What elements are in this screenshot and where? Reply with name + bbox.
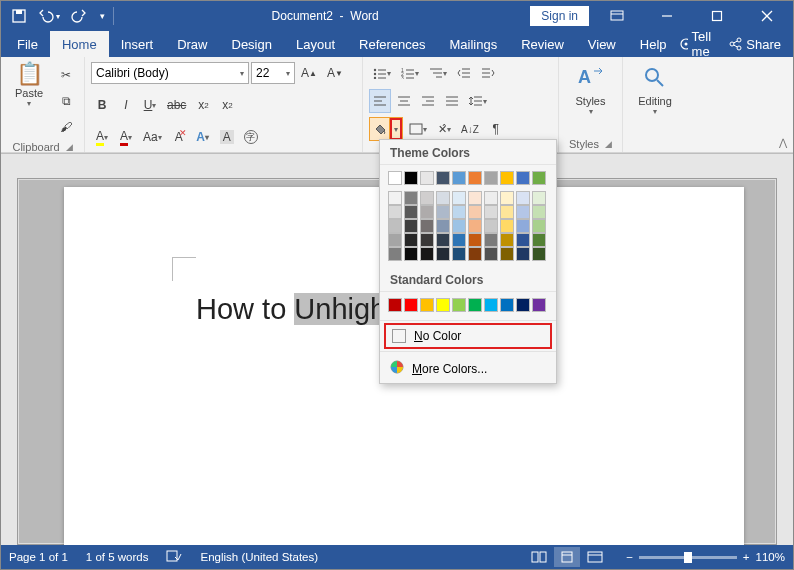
align-left-button[interactable] [369, 89, 391, 113]
color-swatch[interactable] [516, 171, 530, 185]
color-swatch[interactable] [532, 171, 546, 185]
font-color-button[interactable]: A▾ [115, 125, 137, 149]
color-swatch[interactable] [484, 171, 498, 185]
tab-references[interactable]: References [347, 31, 437, 57]
color-swatch[interactable] [436, 298, 450, 312]
save-button[interactable] [5, 2, 33, 30]
grow-font-button[interactable]: A▲ [297, 61, 321, 85]
color-swatch[interactable] [532, 298, 546, 312]
multilevel-list-button[interactable]: ▾ [425, 61, 451, 85]
color-swatch[interactable] [484, 191, 498, 205]
bold-button[interactable]: B [91, 93, 113, 117]
asian-layout-button[interactable]: ✕̂▾ [433, 117, 455, 141]
color-swatch[interactable] [532, 219, 546, 233]
color-swatch[interactable] [452, 219, 466, 233]
color-swatch[interactable] [388, 171, 402, 185]
status-language[interactable]: English (United States) [200, 551, 318, 563]
web-layout-button[interactable] [582, 547, 608, 567]
color-swatch[interactable] [484, 298, 498, 312]
zoom-out-button[interactable]: − [626, 551, 633, 563]
color-swatch[interactable] [404, 298, 418, 312]
tab-insert[interactable]: Insert [109, 31, 166, 57]
color-swatch[interactable] [404, 171, 418, 185]
collapse-ribbon-button[interactable]: ⋀ [779, 137, 787, 148]
color-swatch[interactable] [436, 191, 450, 205]
color-swatch[interactable] [452, 233, 466, 247]
color-swatch[interactable] [516, 205, 530, 219]
color-swatch[interactable] [436, 247, 450, 261]
color-swatch[interactable] [404, 219, 418, 233]
shrink-font-button[interactable]: A▼ [323, 61, 347, 85]
color-swatch[interactable] [532, 233, 546, 247]
color-swatch[interactable] [420, 205, 434, 219]
subscript-button[interactable]: x2 [192, 93, 214, 117]
color-swatch[interactable] [500, 205, 514, 219]
color-swatch[interactable] [516, 298, 530, 312]
color-swatch[interactable] [404, 233, 418, 247]
color-swatch[interactable] [500, 233, 514, 247]
qat-customize[interactable]: ▾ [95, 2, 109, 30]
clipboard-dialog-launcher[interactable]: ◢ [66, 142, 73, 152]
paste-button[interactable]: 📋 Paste ▾ [7, 61, 51, 108]
color-swatch[interactable] [420, 247, 434, 261]
sign-in-button[interactable]: Sign in [530, 6, 589, 26]
zoom-level[interactable]: 110% [756, 551, 785, 563]
clear-formatting-button[interactable]: A✕ [168, 125, 190, 149]
color-swatch[interactable] [420, 298, 434, 312]
color-swatch[interactable] [452, 171, 466, 185]
color-swatch[interactable] [500, 298, 514, 312]
color-swatch[interactable] [388, 205, 402, 219]
share-button[interactable]: Share [728, 37, 781, 52]
italic-button[interactable]: I [115, 93, 137, 117]
spell-check-icon[interactable] [166, 549, 182, 565]
color-swatch[interactable] [468, 247, 482, 261]
tab-draw[interactable]: Draw [165, 31, 219, 57]
color-swatch[interactable] [420, 191, 434, 205]
increase-indent-button[interactable] [477, 61, 499, 85]
format-painter-button[interactable]: 🖌 [55, 115, 77, 139]
color-swatch[interactable] [420, 219, 434, 233]
color-swatch[interactable] [436, 171, 450, 185]
color-swatch[interactable] [468, 233, 482, 247]
line-spacing-button[interactable]: ▾ [465, 89, 491, 113]
color-swatch[interactable] [516, 233, 530, 247]
color-swatch[interactable] [388, 298, 402, 312]
color-swatch[interactable] [468, 191, 482, 205]
tab-design[interactable]: Design [220, 31, 284, 57]
redo-button[interactable] [65, 2, 93, 30]
color-swatch[interactable] [532, 247, 546, 261]
show-hide-button[interactable]: ¶ [485, 117, 507, 141]
color-swatch[interactable] [404, 191, 418, 205]
color-swatch[interactable] [500, 171, 514, 185]
change-case-button[interactable]: Aa▾ [139, 125, 166, 149]
maximize-button[interactable] [695, 1, 739, 31]
text-highlight-button[interactable]: A▾ [91, 125, 113, 149]
font-size-combo[interactable]: 22▾ [251, 62, 295, 84]
tab-help[interactable]: Help [628, 31, 679, 57]
shading-button[interactable]: ▾ [369, 117, 403, 141]
color-swatch[interactable] [516, 191, 530, 205]
color-swatch[interactable] [500, 219, 514, 233]
color-swatch[interactable] [452, 191, 466, 205]
color-swatch[interactable] [388, 247, 402, 261]
numbering-button[interactable]: 123▾ [397, 61, 423, 85]
justify-button[interactable] [441, 89, 463, 113]
borders-button[interactable]: ▾ [405, 117, 431, 141]
styles-dialog-launcher[interactable]: ◢ [605, 139, 612, 149]
styles-button[interactable]: A Styles ▾ [565, 61, 616, 116]
color-swatch[interactable] [500, 247, 514, 261]
tab-layout[interactable]: Layout [284, 31, 347, 57]
color-swatch[interactable] [452, 298, 466, 312]
read-mode-button[interactable] [526, 547, 552, 567]
shading-dropdown[interactable]: ▾ [390, 118, 402, 140]
cut-button[interactable]: ✂ [55, 63, 77, 87]
editing-button[interactable]: Editing ▾ [629, 61, 681, 116]
color-swatch[interactable] [388, 233, 402, 247]
align-right-button[interactable] [417, 89, 439, 113]
color-swatch[interactable] [436, 219, 450, 233]
sort-button[interactable]: A↓Z [457, 117, 483, 141]
decrease-indent-button[interactable] [453, 61, 475, 85]
zoom-in-button[interactable]: + [743, 551, 750, 563]
color-swatch[interactable] [484, 233, 498, 247]
tab-review[interactable]: Review [509, 31, 576, 57]
